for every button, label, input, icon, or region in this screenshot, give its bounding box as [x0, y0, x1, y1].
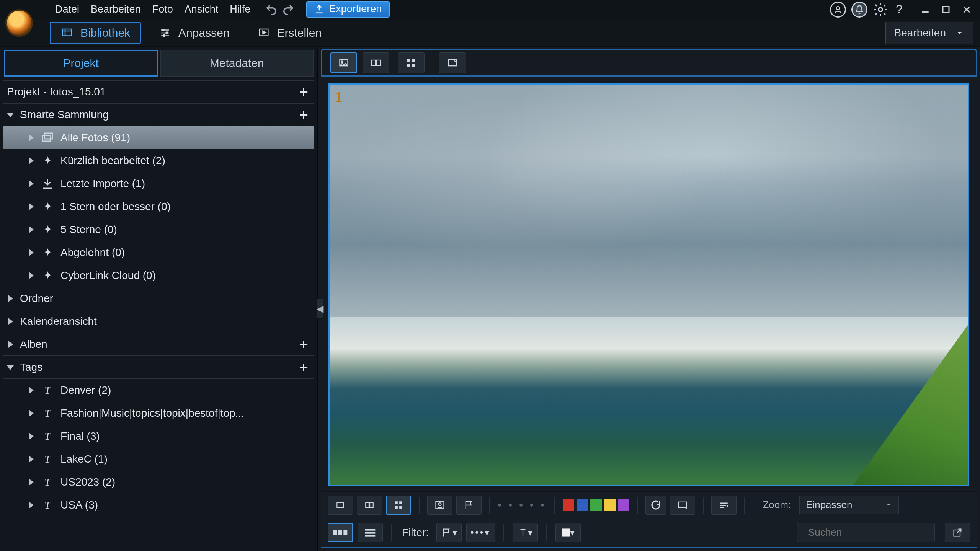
close-button[interactable]	[959, 3, 975, 16]
svg-rect-33	[365, 532, 376, 533]
image-canvas[interactable]: 1	[328, 83, 969, 486]
sidebar-collapse-handle[interactable]: ◀	[317, 299, 323, 319]
view-grid-button[interactable]	[398, 52, 425, 73]
notification-icon[interactable]	[851, 2, 867, 18]
view-single-button[interactable]	[330, 52, 357, 73]
menu-view[interactable]: Ansicht	[185, 3, 219, 15]
filter-text-button[interactable]: ▾	[513, 523, 538, 542]
rating-stars[interactable]: ● ● ● ● ●	[498, 501, 547, 509]
account-icon[interactable]	[830, 2, 846, 18]
zoom-select[interactable]: Einpassen	[799, 496, 899, 514]
color-label-purple[interactable]	[618, 499, 629, 511]
search-box[interactable]	[797, 523, 935, 542]
project-header-label: Projekt - fotos_15.01	[7, 86, 106, 98]
layout-split-button[interactable]	[357, 496, 382, 515]
search-input[interactable]	[807, 526, 933, 539]
monitor-button[interactable]	[670, 496, 695, 515]
image-number: 1	[335, 88, 343, 106]
project-header[interactable]: Projekt - fotos_15.01 +	[3, 80, 314, 103]
color-label-blue[interactable]	[577, 499, 588, 511]
tag-item[interactable]: TDenver (2)	[3, 379, 314, 402]
smart-item-one-star[interactable]: ✦ 1 Stern oder besser (0)	[3, 195, 314, 218]
app-root: Datei Bearbeiten Foto Ansicht Hilfe Expo…	[0, 0, 980, 551]
filter-flag-button[interactable]: ▾	[436, 523, 462, 542]
filter-label: Filter:	[402, 527, 429, 539]
tags-header[interactable]: Tags +	[3, 356, 314, 379]
folders-header[interactable]: Ordner	[3, 287, 314, 310]
filter-more-button[interactable]: •••▾	[466, 523, 495, 542]
settings-icon[interactable]	[873, 2, 888, 17]
smart-item-cloud[interactable]: ✦ CyberLink Cloud (0)	[3, 264, 314, 287]
export-button[interactable]: Exportieren	[306, 1, 390, 18]
tag-item[interactable]: TLakeC (1)	[3, 448, 314, 471]
calendar-header[interactable]: Kalenderansicht	[3, 310, 314, 333]
mode-library-label: Bibliothek	[80, 26, 130, 39]
caret-right-icon	[28, 225, 36, 234]
tag-item[interactable]: TUSA (3)	[3, 494, 314, 517]
color-label-yellow[interactable]	[604, 499, 616, 511]
tab-metadata[interactable]: Metadaten	[160, 50, 314, 77]
svg-rect-28	[679, 502, 687, 507]
minimize-button[interactable]	[917, 3, 933, 16]
zoom-value: Einpassen	[806, 499, 852, 511]
svg-rect-14	[407, 59, 410, 62]
undo-icon[interactable]	[265, 3, 278, 16]
menu-photo[interactable]: Foto	[152, 3, 173, 15]
filter-color-button[interactable]: ▾	[555, 523, 581, 542]
view-compare-button[interactable]	[363, 52, 389, 73]
flag-button[interactable]	[456, 496, 482, 515]
svg-rect-30	[338, 530, 342, 535]
add-album-icon[interactable]: +	[299, 336, 310, 353]
albums-header[interactable]: Alben +	[3, 333, 314, 356]
svg-rect-17	[412, 64, 415, 67]
smart-item-all-photos[interactable]: Alle Fotos (91)	[3, 126, 314, 149]
smart-collection-header[interactable]: Smarte Sammlung +	[3, 103, 314, 126]
caret-right-icon	[28, 134, 36, 142]
albums-label: Alben	[20, 338, 47, 350]
tag-item[interactable]: TFinal (3)	[3, 425, 314, 448]
mode-library[interactable]: Bibliothek	[50, 22, 141, 44]
sort-button[interactable]	[711, 496, 737, 515]
view-fullscreen-button[interactable]	[439, 52, 466, 73]
thumb-size-small-button[interactable]	[328, 523, 353, 542]
add-smart-collection-icon[interactable]: +	[299, 106, 310, 124]
color-label-green[interactable]	[590, 499, 602, 511]
rotate-button[interactable]	[645, 496, 666, 515]
mode-adjust[interactable]: Anpassen	[149, 23, 239, 43]
tab-project[interactable]: Projekt	[4, 50, 158, 77]
undo-redo-group	[265, 3, 295, 16]
smart-item-last-import[interactable]: Letzte Importe (1)	[3, 172, 314, 195]
menu-help[interactable]: Hilfe	[230, 3, 250, 15]
smart-item-recently-edited[interactable]: ✦ Kürzlich bearbeitet (2)	[3, 149, 314, 172]
mode-create-label: Erstellen	[277, 26, 322, 39]
add-project-icon[interactable]: +	[299, 83, 310, 101]
color-label-red[interactable]	[563, 499, 574, 511]
separator	[503, 524, 504, 541]
smart-item-rejected[interactable]: ✦ Abgelehnt (0)	[3, 241, 314, 264]
svg-point-27	[439, 503, 441, 505]
tag-icon: T	[41, 408, 54, 419]
caret-right-icon	[28, 478, 36, 486]
caret-right-icon	[28, 156, 36, 165]
tag-item[interactable]: TUS2023 (2)	[3, 471, 314, 494]
layout-grid-button[interactable]	[386, 496, 411, 515]
svg-rect-16	[407, 64, 410, 67]
face-tag-button[interactable]	[427, 496, 452, 515]
redo-icon[interactable]	[282, 3, 295, 16]
tag-label: US2023 (2)	[60, 476, 115, 488]
separator	[419, 497, 420, 514]
menu-file[interactable]: Datei	[55, 3, 79, 15]
library-icon	[60, 27, 74, 39]
maximize-button[interactable]	[938, 3, 954, 16]
layout-single-button[interactable]	[328, 496, 353, 515]
thumb-size-list-button[interactable]	[358, 523, 383, 542]
mode-create[interactable]: Erstellen	[247, 23, 332, 43]
edit-mode-combo[interactable]: Bearbeiten	[885, 22, 973, 44]
open-external-button[interactable]	[945, 523, 970, 542]
tag-item[interactable]: TFashion|Music|topics|topix|bestof|top..…	[3, 402, 314, 425]
smart-item-five-stars[interactable]: ✦ 5 Sterne (0)	[3, 218, 314, 241]
add-tag-icon[interactable]: +	[299, 359, 310, 376]
help-icon[interactable]: ?	[893, 3, 905, 16]
menu-edit[interactable]: Bearbeiten	[91, 3, 141, 15]
tag-label: Final (3)	[60, 430, 100, 442]
